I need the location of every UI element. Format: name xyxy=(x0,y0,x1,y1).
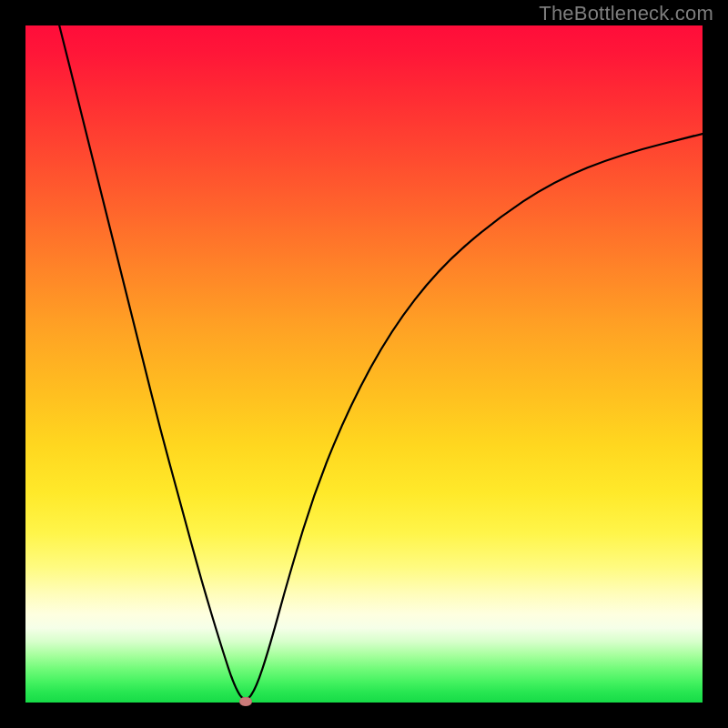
chart-frame: TheBottleneck.com xyxy=(0,0,728,728)
minimum-marker xyxy=(239,697,252,706)
bottleneck-curve xyxy=(25,25,703,703)
plot-area xyxy=(25,25,703,703)
watermark-text: TheBottleneck.com xyxy=(539,2,713,25)
